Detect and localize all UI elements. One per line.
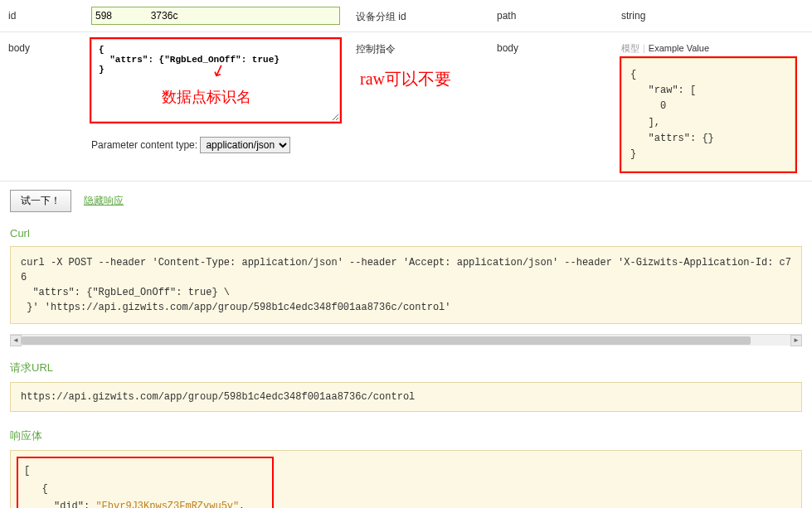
section-title-curl: Curl bbox=[0, 220, 812, 243]
body-textarea[interactable] bbox=[91, 39, 340, 122]
response-body-block: [ { "did": "Fbyr9J3KpwsZ3FmRZvwu5y", "re… bbox=[10, 450, 802, 508]
model-tab[interactable]: 模型 bbox=[621, 43, 639, 53]
param-row-id: id 设备分组 id path string bbox=[0, 0, 812, 32]
id-input[interactable] bbox=[91, 7, 340, 25]
response-prefix: [ { "did": bbox=[24, 465, 95, 508]
model-tabs: 模型|Example Value bbox=[621, 42, 804, 55]
example-value-box[interactable]: { "raw": [ 0 ], "attrs": {} } bbox=[621, 58, 795, 172]
response-wrap: [ { "did": "Fbyr9J3KpwsZ3FmRZvwu5y", "re… bbox=[10, 450, 802, 508]
param-type-body: body bbox=[497, 39, 621, 54]
section-title-url: 请求URL bbox=[0, 354, 812, 379]
example-value-tab[interactable]: Example Value bbox=[649, 43, 709, 53]
param-row-body: body ↙ 数据点标识名 Parameter content type: ap… bbox=[0, 32, 812, 181]
hide-response-link[interactable]: 隐藏响应 bbox=[84, 194, 124, 208]
param-desc-id: 设备分组 id bbox=[348, 7, 497, 24]
scroll-right-icon[interactable]: ► bbox=[790, 335, 802, 346]
param-desc-body: 控制指令 raw可以不要 bbox=[348, 39, 497, 56]
param-datatype-body: 模型|Example Value { "raw": [ 0 ], "attrs"… bbox=[621, 39, 804, 172]
param-desc-body-text: 控制指令 bbox=[356, 43, 396, 55]
param-value-id bbox=[91, 7, 348, 25]
content-type-row: Parameter content type: application/json bbox=[91, 137, 348, 153]
request-url-block: https://api.gizwits.com/app/group/598b1c… bbox=[10, 382, 802, 412]
annotation-raw-note: raw可以不要 bbox=[360, 68, 451, 90]
param-datatype-id: string bbox=[621, 7, 804, 22]
response-did: "Fbyr9J3KpwsZ3FmRZvwu5y" bbox=[95, 501, 239, 508]
try-button[interactable]: 试一下！ bbox=[10, 190, 71, 212]
param-value-body: ↙ 数据点标识名 Parameter content type: applica… bbox=[91, 39, 348, 153]
content-type-label: Parameter content type: bbox=[91, 139, 197, 151]
param-label-id: id bbox=[8, 7, 91, 22]
section-title-response: 响应体 bbox=[0, 422, 812, 447]
param-label-body: body bbox=[8, 39, 91, 54]
curl-block: curl -X POST --header 'Content-Type: app… bbox=[10, 246, 802, 324]
scroll-left-icon[interactable]: ◄ bbox=[10, 335, 22, 346]
scroll-thumb[interactable] bbox=[22, 336, 751, 345]
param-type-id: path bbox=[497, 7, 621, 22]
try-row: 试一下！ 隐藏响应 bbox=[0, 181, 812, 220]
curl-scrollbar[interactable]: ◄ ► bbox=[10, 334, 802, 346]
content-type-select[interactable]: application/json bbox=[200, 137, 290, 153]
